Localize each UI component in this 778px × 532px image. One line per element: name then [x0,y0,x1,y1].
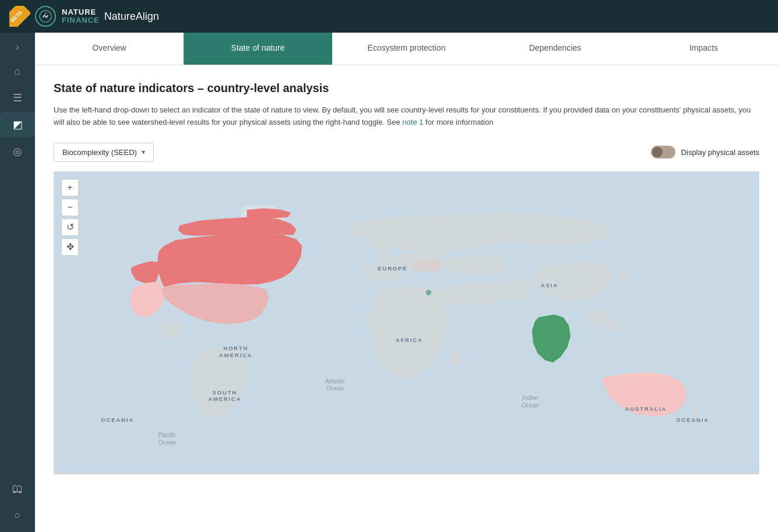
logo-text-block: NATURE FINANCE [62,8,100,25]
header: BETA NATURE FINANCE NatureAlign [0,0,778,33]
europe-label: EUROPE [378,265,407,272]
app-name: NatureAlign [104,10,159,23]
sidebar-item-home[interactable]: ⌂ [0,59,35,83]
chart-icon: ◩ [13,119,23,131]
logo-area: NATURE FINANCE [35,6,100,27]
cursor-icon: ✥ [66,241,74,252]
map-controls: + − ↺ ✥ [61,179,79,256]
cursor-mode-button[interactable]: ✥ [61,238,79,256]
oceania-right-label: OCEANIA [676,417,709,423]
toggle-knob [652,147,663,157]
sidebar-toggle[interactable]: › [0,37,35,57]
atlantic-ocean-label: Atlantic [325,378,346,384]
layout: › ⌂ ☰ ◩ ◎ 🕮 ○ Overview State of nature [0,33,778,532]
main-content: Overview State of nature Ecosystem prote… [35,33,778,532]
tab-overview[interactable]: Overview [35,33,184,65]
sidebar-item-list[interactable]: ☰ [0,86,35,110]
indicator-dropdown[interactable]: Biocomplexity (SEED) ▾ [54,143,154,162]
south-america-label-2: AMERICA [208,396,241,402]
tabs: Overview State of nature Ecosystem prote… [35,33,778,65]
tab-dependencies[interactable]: Dependencies [481,33,629,65]
map-container: + − ↺ ✥ [54,171,759,474]
page-body: State of nature indicators – country-lev… [35,65,778,491]
dropdown-label: Biocomplexity (SEED) [62,148,137,157]
zoom-in-button[interactable]: + [61,179,79,196]
page-title: State of nature indicators – country-lev… [54,82,759,95]
note-1-link[interactable]: note 1 [402,118,423,126]
svg-point-3 [426,290,431,295]
indian-ocean-label: Indian [522,394,538,401]
north-america-label: NORTH [223,345,248,351]
sidebar-item-book[interactable]: 🕮 [0,477,35,501]
tab-ecosystem-protection[interactable]: Ecosystem protection [332,33,481,65]
description: Use the left-hand drop-down to select an… [54,104,759,129]
zoom-out-button[interactable]: − [61,199,79,216]
description-text-2: for more information [423,118,493,126]
south-america-label: SOUTH [213,389,237,395]
logo-icon [35,6,56,27]
africa-label: AFRICA [396,337,423,343]
indian-ocean-label-2: Ocean [522,401,540,408]
atlantic-ocean-label-2: Ocean [326,385,344,392]
sidebar-item-user[interactable]: ○ [0,503,35,527]
svg-point-1 [45,13,47,15]
dropdown-arrow-icon: ▾ [142,148,145,156]
sidebar-item-chart[interactable]: ◩ [0,112,35,137]
reset-icon: ↺ [66,221,74,232]
logo-finance: FINANCE [62,16,100,24]
logo-nature: NATURE [62,8,100,16]
australia-label: AUSTRALIA [625,406,667,412]
reset-view-button[interactable]: ↺ [61,219,79,236]
compass-icon: ◎ [13,146,22,157]
list-icon: ☰ [13,92,22,104]
oceania-left-label: OCEANIA [101,417,134,423]
sidebar: › ⌂ ☰ ◩ ◎ 🕮 ○ [0,33,35,532]
tab-impacts[interactable]: Impacts [629,33,778,65]
physical-assets-toggle[interactable] [651,146,675,158]
pacific-ocean-label-2: Ocean [158,439,176,445]
toggle-area: Display physical assets [651,146,759,158]
beta-badge: BETA [9,6,30,27]
tab-state-of-nature[interactable]: State of nature [184,33,332,65]
pacific-ocean-label: Pacific [158,432,176,438]
beta-wrapper: BETA [9,6,30,27]
sidebar-item-compass[interactable]: ◎ [0,139,35,164]
world-map: NORTH AMERICA EUROPE AFRICA ASIA SOUTH A… [54,172,759,474]
book-icon: 🕮 [12,483,23,495]
north-america-label-2: AMERICA [219,351,252,358]
home-icon: ⌂ [15,65,21,77]
controls-row: Biocomplexity (SEED) ▾ Display physical … [54,143,759,162]
user-icon: ○ [15,509,21,521]
asia-label: ASIA [541,281,558,288]
toggle-label: Display physical assets [681,148,759,157]
